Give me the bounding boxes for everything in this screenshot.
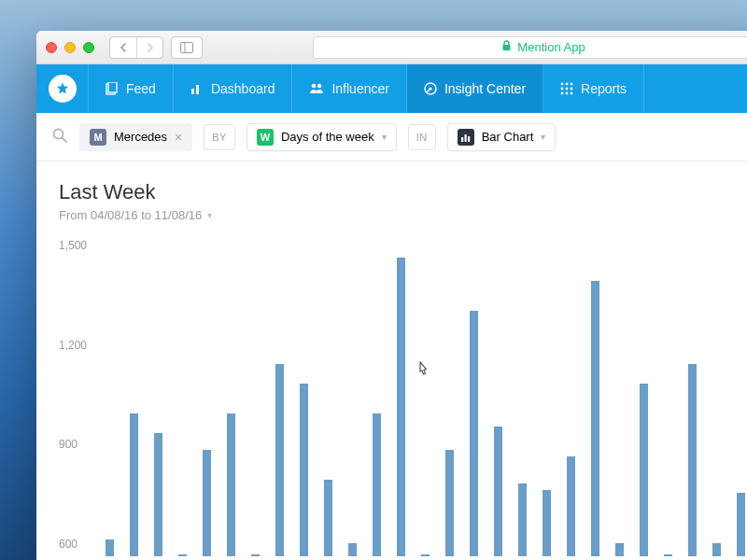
nav-influencer[interactable]: Influencer	[292, 64, 406, 113]
nav-feed[interactable]: Feed	[89, 64, 174, 113]
svg-rect-6	[196, 85, 199, 94]
chart-bar[interactable]	[106, 539, 114, 556]
y-tick-label: 900	[59, 438, 78, 451]
chart-bar[interactable]	[203, 450, 211, 556]
chart-bar[interactable]	[154, 433, 162, 556]
chart-bar[interactable]	[227, 413, 235, 556]
chart-bar[interactable]	[300, 384, 308, 556]
star-icon	[55, 81, 70, 96]
target-icon	[424, 82, 437, 95]
chart-bar[interactable]	[470, 311, 478, 556]
svg-rect-4	[108, 82, 117, 92]
svg-point-19	[566, 92, 569, 95]
safari-window: Mention App Feed Dashboard Influencer	[36, 31, 747, 560]
chart-bar[interactable]	[397, 258, 405, 556]
chevron-down-icon: ▾	[541, 132, 545, 142]
chart-bar[interactable]	[275, 364, 284, 556]
chart-plot-area	[106, 239, 747, 556]
chart-bar[interactable]	[688, 364, 697, 556]
nav-label: Feed	[126, 81, 156, 96]
chart-bar[interactable]	[591, 281, 599, 556]
nav-label: Influencer	[331, 81, 388, 96]
feed-icon	[106, 82, 119, 95]
chart-bar[interactable]	[518, 483, 527, 556]
tag-prefix: M	[90, 129, 106, 146]
chart-bar[interactable]	[494, 427, 502, 556]
brand-logo[interactable]	[36, 64, 89, 113]
sidebar-toggle[interactable]	[171, 36, 203, 59]
svg-point-14	[571, 83, 573, 86]
close-window-button[interactable]	[46, 42, 57, 53]
address-bar[interactable]: Mention App	[313, 36, 747, 59]
y-tick-label: 1,200	[59, 339, 87, 352]
filter-tag-chip[interactable]: M Mercedes ×	[79, 123, 192, 151]
nav-label: Insight Center	[444, 81, 526, 96]
zoom-window-button[interactable]	[83, 42, 94, 53]
chart-bar[interactable]	[130, 413, 138, 556]
y-tick-label: 600	[59, 538, 78, 551]
nav-label: Dashboard	[211, 81, 275, 96]
search-button[interactable]	[51, 127, 68, 147]
chart-type-chip[interactable]: Bar Chart ▾	[447, 123, 557, 151]
tag-label: Mercedes	[114, 130, 167, 144]
chart-bar[interactable]	[324, 480, 332, 556]
group-label: Days of the week	[281, 130, 374, 144]
chart-bar[interactable]	[640, 384, 648, 556]
app-nav: Feed Dashboard Influencer Insight Center	[36, 64, 747, 113]
cursor-pointer-icon	[414, 360, 432, 385]
joiner-in: IN	[408, 124, 436, 150]
chart-bar[interactable]	[178, 554, 187, 556]
nav-history-buttons	[109, 36, 163, 59]
grid-icon	[560, 82, 573, 95]
chart-y-axis: 1,5001,200900600	[59, 239, 106, 556]
group-prefix: W	[257, 129, 274, 146]
svg-rect-25	[468, 136, 470, 142]
chart-bar[interactable]	[445, 450, 454, 556]
chevron-right-icon	[146, 43, 155, 52]
remove-tag-button[interactable]: ×	[175, 130, 182, 145]
svg-rect-0	[181, 42, 193, 52]
svg-point-18	[561, 92, 564, 95]
back-button[interactable]	[110, 37, 136, 58]
chart-bar[interactable]	[567, 456, 575, 556]
svg-point-16	[566, 88, 569, 91]
minimize-window-button[interactable]	[64, 42, 76, 53]
chart-bar[interactable]	[251, 554, 260, 556]
svg-point-9	[317, 84, 322, 89]
nav-insight-center[interactable]: Insight Center	[407, 64, 543, 113]
svg-rect-2	[503, 45, 511, 50]
svg-point-13	[566, 83, 569, 86]
search-icon	[51, 127, 68, 144]
chevron-down-icon: ▾	[382, 132, 387, 142]
people-icon	[309, 82, 324, 95]
svg-point-17	[571, 88, 573, 91]
window-titlebar: Mention App	[36, 31, 747, 64]
nav-dashboard[interactable]: Dashboard	[174, 64, 293, 113]
chart-bar[interactable]	[615, 543, 624, 556]
chart-type-icon	[458, 129, 474, 146]
chart-bar[interactable]	[664, 554, 672, 556]
svg-point-8	[312, 84, 317, 89]
page-header: Last Week From 04/08/16 to 11/08/16 ▾	[59, 180, 747, 222]
date-range-picker[interactable]: From 04/08/16 to 11/08/16 ▾	[59, 208, 747, 222]
chart-bar[interactable]	[737, 493, 745, 556]
chart-bar[interactable]	[421, 554, 430, 556]
chart-bar[interactable]	[543, 490, 551, 556]
forward-button[interactable]	[136, 37, 162, 58]
page-title: Last Week	[59, 180, 747, 204]
nav-reports[interactable]: Reports	[543, 64, 644, 113]
group-by-chip[interactable]: W Days of the week ▾	[247, 123, 397, 151]
address-bar-title: Mention App	[517, 40, 585, 54]
chart-type-label: Bar Chart	[482, 130, 534, 144]
chart-bar[interactable]	[373, 413, 381, 556]
window-controls	[46, 42, 94, 53]
svg-point-12	[561, 83, 564, 86]
svg-line-22	[63, 137, 67, 142]
svg-point-20	[571, 92, 573, 95]
y-tick-label: 1,500	[59, 239, 87, 252]
chevron-down-icon: ▾	[207, 210, 212, 220]
chart-bar[interactable]	[712, 543, 721, 556]
content-area: Last Week From 04/08/16 to 11/08/16 ▾ 1,…	[36, 161, 747, 560]
lock-icon	[501, 40, 512, 54]
chart-bar[interactable]	[348, 543, 357, 556]
